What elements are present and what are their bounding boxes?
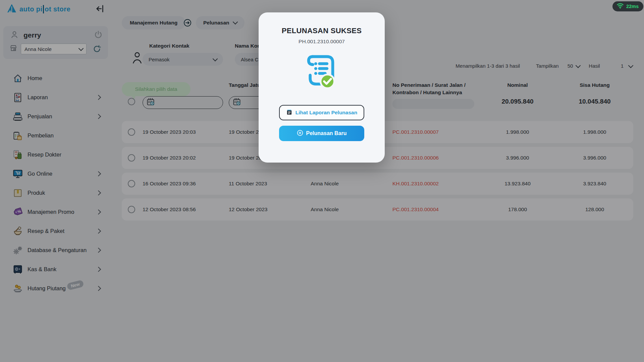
lihat-laporan-pelunasan-button[interactable]: Lihat Laporan Pelunasan: [279, 105, 364, 120]
app-window: auto piot store gerry Anna Nicole: [0, 0, 644, 362]
latency-value: 22ms: [626, 4, 639, 9]
pelunasan-baru-button[interactable]: Pelunasan Baru: [279, 126, 364, 141]
receipt-success-icon: [300, 51, 344, 97]
plus-circle-icon: [297, 130, 303, 137]
wifi-icon: [616, 2, 624, 10]
notepad-icon: [286, 109, 292, 117]
pelunasan-sukses-modal: PELUNASAN SUKSES PH.001.2310.00007 Lihat…: [259, 12, 385, 163]
connection-badge: 22ms: [612, 1, 643, 11]
modal-title: PELUNASAN SUKSES: [282, 26, 362, 35]
modal-doc-number: PH.001.2310.00007: [299, 39, 345, 45]
